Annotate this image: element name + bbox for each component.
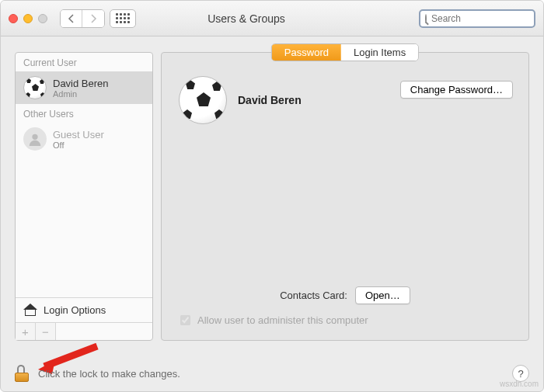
current-user-role: Admin (53, 89, 109, 99)
tab-password[interactable]: Password (272, 44, 341, 61)
zoom-window-button (38, 14, 47, 23)
other-users-heading: Other Users (16, 104, 152, 123)
guest-user-status: Off (53, 140, 104, 150)
content-area: Current User David Beren Admin Other Use… (15, 52, 529, 341)
house-icon (23, 305, 37, 316)
contacts-card-label: Contacts Card: (280, 290, 347, 301)
add-user-button: + (16, 323, 36, 340)
contacts-card-row: Contacts Card: Open… (162, 286, 528, 304)
detail-panel: Password Login Items David Beren Change … (161, 52, 529, 341)
watermark: wsxdn.com (500, 380, 539, 388)
svg-point-0 (32, 134, 37, 140)
admin-checkbox-row: Allow user to administer this computer (177, 313, 368, 328)
remove-user-button: − (36, 323, 56, 340)
back-button[interactable] (61, 10, 82, 27)
window-controls (9, 14, 47, 23)
current-user-name: David Beren (53, 78, 109, 89)
lock-hint: Click the lock to make changes. (38, 368, 180, 380)
lock-icon[interactable] (15, 365, 30, 382)
guest-user-name: Guest User (53, 129, 104, 140)
login-options-label: Login Options (44, 304, 106, 316)
sidebar-item-current-user[interactable]: David Beren Admin (16, 71, 152, 104)
profile-header: David Beren (179, 76, 302, 124)
user-sidebar: Current User David Beren Admin Other Use… (15, 52, 153, 341)
avatar (23, 76, 47, 99)
login-options-row[interactable]: Login Options (16, 297, 152, 322)
admin-checkbox (180, 315, 190, 325)
search-input[interactable] (430, 12, 544, 25)
admin-checkbox-label: Allow user to administer this computer (197, 314, 368, 326)
tab-login-items[interactable]: Login Items (341, 44, 418, 61)
change-password-button[interactable]: Change Password… (400, 81, 513, 99)
add-remove-bar: + − (16, 322, 152, 340)
profile-name: David Beren (238, 94, 302, 106)
window-title: Users & Groups (82, 12, 411, 25)
close-window-button[interactable] (9, 14, 18, 23)
current-user-heading: Current User (16, 53, 152, 71)
search-field[interactable] (419, 9, 535, 28)
detail-tabs: Password Login Items (271, 43, 419, 61)
search-icon (425, 14, 427, 23)
open-contacts-button[interactable]: Open… (355, 286, 410, 304)
sidebar-item-guest-user[interactable]: Guest User Off (16, 123, 152, 155)
profile-avatar[interactable] (179, 76, 227, 124)
preferences-window: Users & Groups Current User David Beren … (0, 0, 544, 392)
minimize-window-button[interactable] (23, 14, 33, 23)
guest-avatar-icon (23, 127, 47, 151)
titlebar: Users & Groups (1, 1, 543, 36)
lock-footer: Click the lock to make changes. (15, 365, 529, 382)
